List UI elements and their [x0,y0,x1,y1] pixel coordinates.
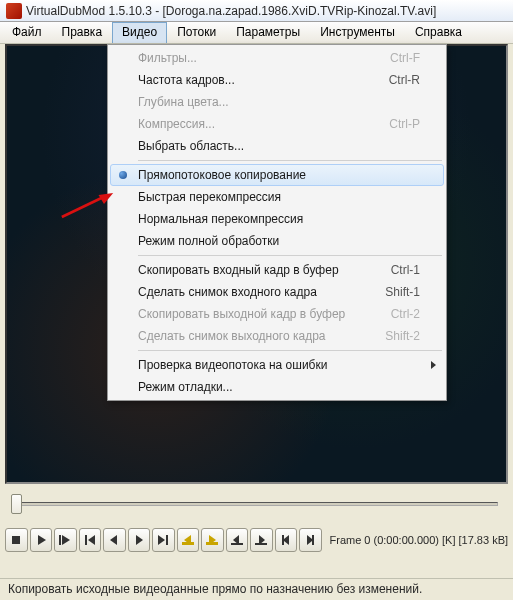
goto-end-button[interactable] [152,528,175,552]
menu-shortcut: Ctrl-P [389,117,420,131]
svg-marker-9 [136,535,143,545]
statusbar: Копировать исходные видеоданные прямо по… [0,578,513,600]
menu-item[interactable]: Быстрая перекомпрессия [110,186,444,208]
menu-item-label: Глубина цвета... [138,95,229,109]
svg-rect-19 [255,543,267,545]
key-prev-button[interactable] [177,528,200,552]
menu-separator [138,255,442,256]
svg-rect-17 [231,543,243,545]
menu-item-label: Режим отладки... [138,380,233,394]
menu-shortcut: Ctrl-F [390,51,420,65]
menu-shortcut: Shift-1 [385,285,420,299]
menu-item: Скопировать выходной кадр в буферCtrl-2 [110,303,444,325]
menu-справка[interactable]: Справка [405,22,472,43]
menu-item[interactable]: Прямопотоковое копирование [110,164,444,186]
menu-item-label: Фильтры... [138,51,197,65]
svg-rect-11 [166,535,168,545]
stop-button[interactable] [5,528,28,552]
frame-info: Frame 0 (0:00:00.000) [K] [17.83 kB] [330,534,509,546]
step-forward-button[interactable] [128,528,151,552]
menu-separator [138,160,442,161]
menu-item: Сделать снимок выходного кадраShift-2 [110,325,444,347]
menu-item: Фильтры...Ctrl-F [110,47,444,69]
key-next-button[interactable] [201,528,224,552]
menu-item-label: Режим полной обработки [138,234,279,248]
menu-item[interactable]: Режим полной обработки [110,230,444,252]
titlebar: VirtualDubMod 1.5.10.3 - [Doroga.na.zapa… [0,0,513,22]
step-back-button[interactable] [103,528,126,552]
menu-item-label: Частота кадров... [138,73,235,87]
menu-shortcut: Ctrl-2 [391,307,420,321]
menu-параметры[interactable]: Параметры [226,22,310,43]
menu-item: Глубина цвета... [110,91,444,113]
menu-separator [138,350,442,351]
svg-marker-10 [158,535,165,545]
window-title: VirtualDubMod 1.5.10.3 - [Doroga.na.zapa… [26,4,436,18]
goto-start-button[interactable] [79,528,102,552]
menu-item-label: Скопировать входный кадр в буфер [138,263,339,277]
menu-инструменты[interactable]: Инструменты [310,22,405,43]
svg-marker-4 [62,535,70,545]
playback-toolbar: Frame 0 (0:00:00.000) [K] [17.83 kB] [5,525,508,555]
menu-shortcut: Ctrl-R [389,73,420,87]
menu-item-label: Быстрая перекомпрессия [138,190,281,204]
app-icon [6,3,22,19]
svg-rect-5 [59,535,61,545]
menu-item[interactable]: Сделать снимок входного кадраShift-1 [110,281,444,303]
play-output-button[interactable] [54,528,77,552]
menu-item-label: Сделать снимок входного кадра [138,285,317,299]
submenu-arrow-icon [431,361,436,369]
timeline-slider[interactable] [5,490,508,520]
svg-rect-2 [12,536,20,544]
menu-item-label: Компрессия... [138,117,215,131]
menu-shortcut: Shift-2 [385,329,420,343]
menu-shortcut: Ctrl-1 [391,263,420,277]
svg-marker-8 [110,535,117,545]
svg-rect-15 [206,542,218,545]
video-menu-dropdown: Фильтры...Ctrl-FЧастота кадров...Ctrl-RГ… [107,44,447,401]
menu-item-label: Скопировать выходной кадр в буфер [138,307,345,321]
svg-marker-3 [38,535,46,545]
menu-item-label: Выбрать область... [138,139,244,153]
svg-rect-13 [182,542,194,545]
slider-thumb[interactable] [11,494,22,514]
menu-item[interactable]: Частота кадров...Ctrl-R [110,69,444,91]
menu-item[interactable]: Выбрать область... [110,135,444,157]
menubar: ФайлПравкаВидеоПотокиПараметрыИнструмент… [0,22,513,44]
menu-item-label: Нормальная перекомпрессия [138,212,303,226]
slider-track [15,502,498,506]
svg-rect-6 [85,535,87,545]
menu-item[interactable]: Скопировать входный кадр в буферCtrl-1 [110,259,444,281]
play-input-button[interactable] [30,528,53,552]
menu-item[interactable]: Режим отладки... [110,376,444,398]
menu-item-label: Сделать снимок выходного кадра [138,329,326,343]
menu-правка[interactable]: Правка [52,22,113,43]
menu-item: Компрессия...Ctrl-P [110,113,444,135]
radio-bullet-icon [119,171,127,179]
menu-видео[interactable]: Видео [112,22,167,43]
mark-out-button[interactable] [299,528,322,552]
mark-in-button[interactable] [275,528,298,552]
menu-потоки[interactable]: Потоки [167,22,226,43]
menu-item[interactable]: Проверка видеопотока на ошибки [110,354,444,376]
menu-item-label: Прямопотоковое копирование [138,168,306,182]
svg-marker-7 [88,535,95,545]
scene-prev-button[interactable] [226,528,249,552]
menu-item[interactable]: Нормальная перекомпрессия [110,208,444,230]
menu-файл[interactable]: Файл [2,22,52,43]
scene-next-button[interactable] [250,528,273,552]
menu-item-label: Проверка видеопотока на ошибки [138,358,327,372]
